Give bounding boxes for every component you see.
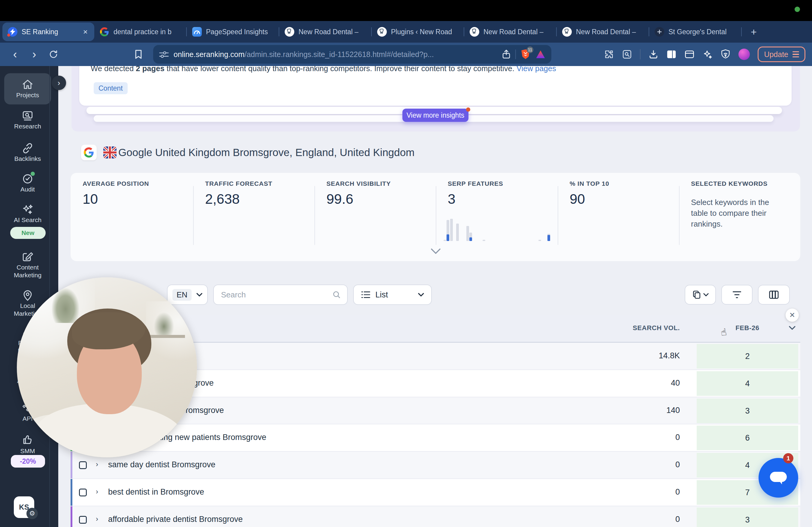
- table-row[interactable]: ›same day dentist Bromsgrove04: [71, 452, 800, 479]
- browser-tab-3[interactable]: PageSpeed Insights: [187, 22, 279, 41]
- settings-gear-icon[interactable]: ⚙: [26, 508, 38, 519]
- insight-card: We detected 2 pages that have lower cont…: [79, 66, 792, 106]
- search-volume-cell: 140: [666, 406, 680, 415]
- search-volume-cell: 0: [676, 515, 680, 524]
- position-cell: 3: [697, 398, 798, 423]
- browser-tab-8[interactable]: St George's Dental: [649, 22, 741, 41]
- sort-chevron-icon[interactable]: [789, 326, 796, 330]
- sparkles-icon: [21, 203, 34, 216]
- language-value: EN: [172, 289, 192, 301]
- filter-button[interactable]: [721, 285, 753, 305]
- url-text: online.seranking.com/admin.site.rankings…: [174, 50, 502, 59]
- menu-icon: [793, 51, 799, 57]
- profile-avatar[interactable]: [738, 49, 750, 60]
- tooth-favicon: [562, 27, 572, 36]
- row-expand-icon[interactable]: ›: [96, 515, 98, 523]
- browser-tab-6[interactable]: New Road Dental –: [464, 22, 556, 41]
- column-feb-26[interactable]: FEB-26: [697, 324, 798, 332]
- app-viewport: ProjectsResearchBacklinksAuditAI SearchN…: [0, 66, 812, 527]
- extensions-icon[interactable]: [604, 49, 614, 59]
- discount-badge: -20%: [11, 455, 45, 468]
- sidebar-divider: [49, 66, 50, 527]
- chat-bubble-icon: [769, 470, 787, 485]
- sparkline-bar: [482, 240, 485, 241]
- close-column-button[interactable]: ✕: [786, 308, 799, 322]
- forward-button[interactable]: ›: [25, 48, 43, 61]
- filter-icon: [732, 290, 742, 299]
- sidebar-toggle-icon[interactable]: [666, 49, 677, 59]
- view-value: List: [375, 290, 413, 300]
- table-row[interactable]: ›affordable private dentist Bromsgrove03: [71, 506, 800, 527]
- tab-close-icon[interactable]: ×: [82, 27, 89, 36]
- site-settings-icon[interactable]: [159, 51, 169, 58]
- google-icon: [81, 145, 97, 160]
- share-icon[interactable]: [502, 49, 510, 59]
- collapse-chevron-icon[interactable]: [431, 249, 440, 254]
- sidebar-item-label: SMM: [0, 447, 55, 455]
- url-bar[interactable]: online.seranking.com/admin.site.rankings…: [153, 45, 551, 64]
- position-cell: 3: [697, 508, 798, 527]
- refresh-button[interactable]: [43, 49, 64, 59]
- stgeorges-favicon: [655, 27, 664, 36]
- copy-button[interactable]: [685, 285, 716, 305]
- tab-label: New Road Dental –: [299, 28, 366, 36]
- row-accent-bar: [71, 479, 72, 506]
- search-tabs-icon[interactable]: [622, 49, 632, 59]
- keyword-cell: best dentist in Bromsgrove: [108, 487, 204, 497]
- browser-tab-4[interactable]: New Road Dental –: [279, 22, 371, 41]
- chat-button[interactable]: [758, 458, 798, 498]
- content-tag: Content: [94, 82, 128, 94]
- sidebar-item-label: Content: [0, 264, 55, 271]
- table-row[interactable]: ›best dentist in Bromsgrove07: [71, 479, 800, 506]
- sparkline-bar: [466, 226, 469, 241]
- table-row[interactable]: ›pting new patients Bromsgrove06: [71, 424, 800, 452]
- sparkline-bar: [469, 232, 472, 241]
- column-search-volume[interactable]: SEARCH VOL.: [633, 324, 680, 332]
- home-icon: [21, 78, 34, 91]
- update-button[interactable]: Update: [758, 46, 806, 62]
- brave-shield-icon[interactable]: 11: [521, 49, 530, 60]
- sparkline-bar: [450, 219, 453, 241]
- vpn-icon[interactable]: [721, 49, 730, 60]
- row-checkbox[interactable]: [79, 488, 87, 496]
- sparkline-bar: [538, 240, 541, 241]
- view-dropdown[interactable]: List: [353, 285, 432, 305]
- leo-ai-icon[interactable]: [702, 49, 713, 59]
- pagespeed-favicon: [192, 27, 202, 36]
- search-icon: [332, 290, 341, 299]
- notification-dot: [466, 107, 470, 112]
- tooth-favicon: [285, 27, 294, 36]
- columns-button[interactable]: [758, 285, 790, 305]
- browser-tab-5[interactable]: Plugins ‹ New Road: [372, 22, 464, 41]
- browser-tab-1[interactable]: SE Ranking×: [2, 22, 94, 41]
- bookmark-icon[interactable]: [134, 49, 142, 59]
- tab-label: dental practice in b: [114, 28, 181, 36]
- sparkline-bar: [447, 220, 449, 241]
- new-tab-button[interactable]: +: [746, 25, 761, 39]
- row-expand-icon[interactable]: ›: [96, 460, 98, 468]
- audit-status-dot: [31, 172, 35, 176]
- view-more-insights-button[interactable]: View more insights: [402, 109, 468, 122]
- wallet-icon[interactable]: [684, 49, 695, 59]
- tooth-favicon: [377, 27, 387, 36]
- keyword-cell: affordable private dentist Bromsgrove: [108, 515, 243, 524]
- view-pages-link[interactable]: View pages: [517, 66, 556, 73]
- row-checkbox[interactable]: [79, 516, 87, 524]
- sidebar-expand-button[interactable]: ›: [52, 76, 66, 90]
- keyword-cell: same day dentist Bromsgrove: [108, 460, 215, 469]
- research-icon: [21, 109, 34, 122]
- language-dropdown[interactable]: EN: [167, 285, 208, 305]
- browser-tab-2[interactable]: dental practice in b: [94, 22, 186, 41]
- brave-rewards-icon[interactable]: [536, 50, 545, 59]
- row-checkbox[interactable]: [79, 461, 87, 469]
- search-volume-cell: 0: [676, 487, 680, 497]
- tab-label: Plugins ‹ New Road: [391, 28, 458, 36]
- search-input[interactable]: [220, 290, 332, 300]
- downloads-icon[interactable]: [648, 49, 658, 59]
- row-accent-bar: [71, 452, 72, 478]
- back-button[interactable]: ‹: [5, 48, 25, 61]
- columns-icon: [769, 290, 779, 299]
- row-expand-icon[interactable]: ›: [96, 487, 98, 496]
- tab-label: St George's Dental: [668, 28, 736, 36]
- browser-tab-7[interactable]: New Road Dental –: [557, 22, 649, 41]
